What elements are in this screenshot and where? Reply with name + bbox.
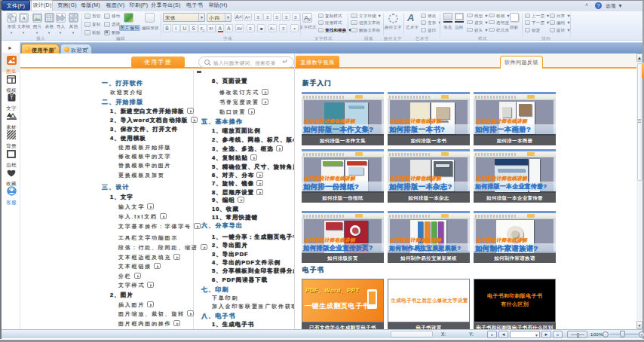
svg-text:T: T <box>10 95 14 100</box>
svg-text:A: A <box>22 15 26 21</box>
